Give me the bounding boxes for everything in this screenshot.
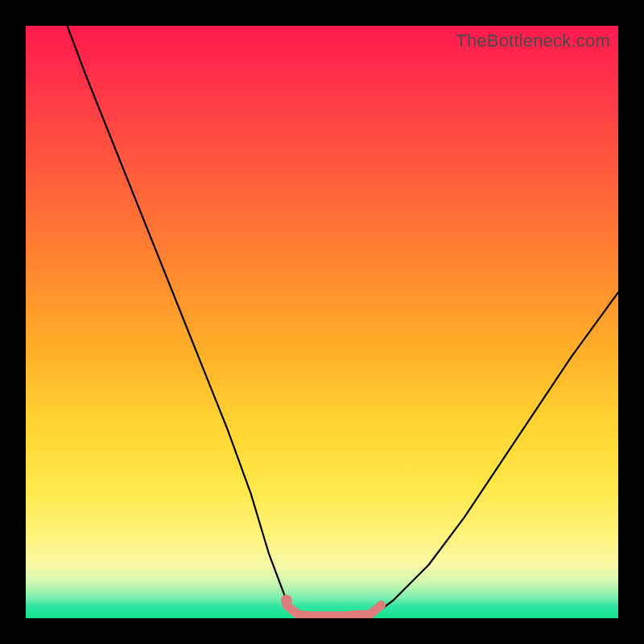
left-curve-path bbox=[68, 26, 299, 618]
chart-plot-area: TheBottleneck.com bbox=[26, 26, 618, 618]
bottom-marker-icon bbox=[281, 595, 292, 606]
chart-svg bbox=[26, 26, 618, 618]
bottom-segment-path bbox=[287, 605, 382, 616]
right-curve-path bbox=[369, 292, 618, 618]
chart-frame: TheBottleneck.com bbox=[0, 0, 644, 644]
